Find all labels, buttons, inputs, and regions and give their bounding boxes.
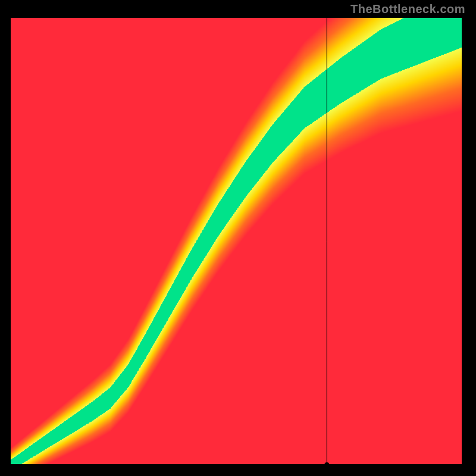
watermark-text: TheBottleneck.com bbox=[350, 2, 465, 16]
bottleneck-heatmap bbox=[11, 18, 463, 465]
chart-stage: TheBottleneck.com bbox=[0, 0, 476, 476]
